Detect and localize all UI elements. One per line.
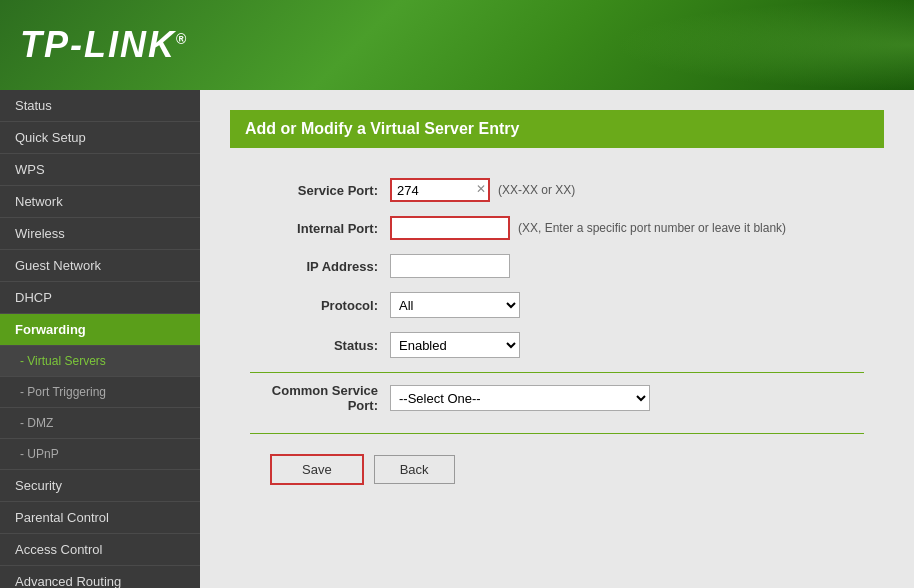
- service-port-hint: (XX-XX or XX): [498, 183, 575, 197]
- sidebar-item-advanced-routing[interactable]: Advanced Routing: [0, 566, 200, 588]
- save-button[interactable]: Save: [270, 454, 364, 485]
- protocol-label: Protocol:: [250, 298, 390, 313]
- service-port-clear-button[interactable]: ✕: [476, 182, 486, 196]
- sidebar-item-upnp[interactable]: - UPnP: [0, 439, 200, 470]
- sidebar: Status Quick Setup WPS Network Wireless …: [0, 90, 200, 588]
- main-content: Add or Modify a Virtual Server Entry Ser…: [200, 90, 914, 588]
- sidebar-item-port-triggering[interactable]: - Port Triggering: [0, 377, 200, 408]
- ip-address-label: IP Address:: [250, 259, 390, 274]
- sidebar-item-security[interactable]: Security: [0, 470, 200, 502]
- layout: Status Quick Setup WPS Network Wireless …: [0, 90, 914, 588]
- service-port-wrapper: ✕: [390, 178, 490, 202]
- ip-address-input[interactable]: [390, 254, 510, 278]
- protocol-row: Protocol: All TCP UDP TCP/UDP: [250, 292, 864, 318]
- internal-port-hint: (XX, Enter a specific port number or lea…: [518, 221, 786, 235]
- logo: TP-LINK®: [20, 24, 188, 66]
- sidebar-item-virtual-servers[interactable]: - Virtual Servers: [0, 346, 200, 377]
- common-service-port-row: Common Service Port: --Select One-- FTP …: [250, 383, 864, 413]
- button-row: Save Back: [250, 444, 864, 495]
- service-port-row: Service Port: ✕ (XX-XX or XX): [250, 178, 864, 202]
- sidebar-item-wireless[interactable]: Wireless: [0, 218, 200, 250]
- page-title: Add or Modify a Virtual Server Entry: [230, 110, 884, 148]
- content-area: Add or Modify a Virtual Server Entry Ser…: [200, 90, 914, 535]
- divider-2: [250, 433, 864, 434]
- service-port-label: Service Port:: [250, 183, 390, 198]
- sidebar-item-guest-network[interactable]: Guest Network: [0, 250, 200, 282]
- sidebar-item-network[interactable]: Network: [0, 186, 200, 218]
- sidebar-item-wps[interactable]: WPS: [0, 154, 200, 186]
- ip-address-row: IP Address:: [250, 254, 864, 278]
- sidebar-item-dhcp[interactable]: DHCP: [0, 282, 200, 314]
- back-button[interactable]: Back: [374, 455, 455, 484]
- divider-1: [250, 372, 864, 373]
- status-row: Status: Enabled Disabled: [250, 332, 864, 358]
- sidebar-item-parental-control[interactable]: Parental Control: [0, 502, 200, 534]
- sidebar-item-dmz[interactable]: - DMZ: [0, 408, 200, 439]
- sidebar-item-status[interactable]: Status: [0, 90, 200, 122]
- sidebar-item-access-control[interactable]: Access Control: [0, 534, 200, 566]
- form-section: Service Port: ✕ (XX-XX or XX) Internal P…: [230, 168, 884, 515]
- service-port-input[interactable]: [390, 178, 490, 202]
- status-label: Status:: [250, 338, 390, 353]
- internal-port-label: Internal Port:: [250, 221, 390, 236]
- common-service-port-select[interactable]: --Select One-- FTP HTTP HTTPS SMTP POP3 …: [390, 385, 650, 411]
- internal-port-row: Internal Port: (XX, Enter a specific por…: [250, 216, 864, 240]
- header: TP-LINK®: [0, 0, 914, 90]
- status-select[interactable]: Enabled Disabled: [390, 332, 520, 358]
- protocol-select[interactable]: All TCP UDP TCP/UDP: [390, 292, 520, 318]
- sidebar-item-forwarding[interactable]: Forwarding: [0, 314, 200, 346]
- internal-port-input[interactable]: [390, 216, 510, 240]
- common-service-port-label: Common Service Port:: [250, 383, 390, 413]
- sidebar-item-quick-setup[interactable]: Quick Setup: [0, 122, 200, 154]
